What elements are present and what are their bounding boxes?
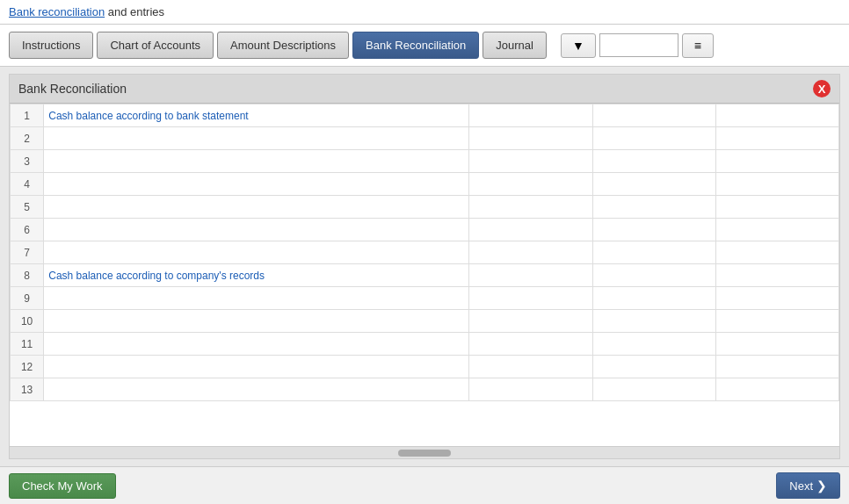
- table-row: 3: [11, 150, 839, 173]
- cell-col-c[interactable]: [592, 104, 715, 127]
- cell-col-d[interactable]: [715, 310, 838, 333]
- cell-col-d[interactable]: [715, 150, 838, 173]
- cell-col-d[interactable]: [715, 333, 838, 356]
- tab-instructions[interactable]: Instructions: [9, 32, 93, 59]
- row-number: 5: [11, 196, 44, 219]
- tab-chart-of-accounts[interactable]: Chart of Accounts: [97, 32, 214, 59]
- cell-col-a: [44, 196, 469, 219]
- row-number: 11: [11, 333, 44, 356]
- cell-col-c[interactable]: [592, 241, 715, 264]
- check-work-button[interactable]: Check My Work: [9, 473, 116, 499]
- table-row: 9: [11, 287, 839, 310]
- cell-col-a: [44, 127, 469, 150]
- cell-col-b[interactable]: [469, 356, 592, 378]
- breadcrumb-text: and entries: [105, 5, 164, 18]
- table-row: 11: [11, 333, 839, 356]
- scroll-thumb-horizontal: [398, 450, 451, 457]
- cell-col-b[interactable]: [469, 310, 592, 333]
- table-row: 7: [11, 241, 839, 264]
- next-arrow-icon: ❯: [816, 479, 827, 493]
- breadcrumb-link[interactable]: Bank reconciliation: [9, 5, 105, 18]
- cell-col-b[interactable]: [469, 196, 592, 219]
- cell-col-a: [44, 356, 469, 378]
- tab-journal[interactable]: Journal: [483, 32, 547, 59]
- cell-col-c[interactable]: [592, 378, 715, 401]
- table-row: 6: [11, 219, 839, 241]
- cell-col-a: [44, 378, 469, 401]
- cell-col-c[interactable]: [592, 196, 715, 219]
- cell-col-a: [44, 310, 469, 333]
- cell-col-b[interactable]: [469, 150, 592, 173]
- toolbar-dropdown-button[interactable]: ▼: [561, 33, 596, 58]
- cell-col-b[interactable]: [469, 173, 592, 196]
- cell-col-c[interactable]: [592, 310, 715, 333]
- cell-col-d[interactable]: [715, 356, 838, 378]
- cell-col-b[interactable]: [469, 104, 592, 127]
- row-number: 9: [11, 287, 44, 310]
- cell-col-c[interactable]: [592, 150, 715, 173]
- table-row: 1Cash balance according to bank statemen…: [11, 104, 839, 127]
- page-wrapper: Bank reconciliation and entries Instruct…: [0, 0, 849, 504]
- cell-col-a[interactable]: Cash balance according to bank statement: [44, 104, 469, 127]
- cell-col-a: [44, 287, 469, 310]
- cell-col-d[interactable]: [715, 219, 838, 241]
- panel-close-button[interactable]: X: [813, 80, 831, 97]
- tab-toolbar: Instructions Chart of Accounts Amount De…: [0, 25, 849, 67]
- cell-col-b[interactable]: [469, 241, 592, 264]
- cell-col-c[interactable]: [592, 287, 715, 310]
- cell-col-c[interactable]: [592, 264, 715, 287]
- horizontal-scrollbar[interactable]: [10, 446, 839, 458]
- row-number: 3: [11, 150, 44, 173]
- cell-col-c[interactable]: [592, 356, 715, 378]
- cell-col-a[interactable]: Cash balance according to company's reco…: [44, 264, 469, 287]
- toolbar-search-input[interactable]: [599, 33, 678, 57]
- toolbar-menu-button[interactable]: ≡: [682, 33, 714, 58]
- next-button[interactable]: Next ❯: [776, 472, 840, 499]
- cell-col-b[interactable]: [469, 333, 592, 356]
- cell-col-b[interactable]: [469, 219, 592, 241]
- cell-col-d[interactable]: [715, 287, 838, 310]
- cell-col-d[interactable]: [715, 241, 838, 264]
- cell-col-b[interactable]: [469, 287, 592, 310]
- row-number: 13: [11, 378, 44, 401]
- tab-amount-descriptions[interactable]: Amount Descriptions: [217, 32, 349, 59]
- cell-col-d[interactable]: [715, 264, 838, 287]
- row-number: 6: [11, 219, 44, 241]
- row-number: 4: [11, 173, 44, 196]
- table-row: 8Cash balance according to company's rec…: [11, 264, 839, 287]
- cell-col-b[interactable]: [469, 264, 592, 287]
- cell-col-b[interactable]: [469, 127, 592, 150]
- cell-col-d[interactable]: [715, 127, 838, 150]
- panel: Bank Reconciliation X 1Cash balance acco…: [9, 74, 840, 459]
- cell-col-d[interactable]: [715, 173, 838, 196]
- table-row: 13: [11, 378, 839, 401]
- grid-wrapper: 1Cash balance according to bank statemen…: [10, 104, 839, 446]
- table-row: 2: [11, 127, 839, 150]
- cell-col-a: [44, 333, 469, 356]
- next-label: Next: [789, 479, 813, 493]
- table-row: 10: [11, 310, 839, 333]
- cell-col-c[interactable]: [592, 219, 715, 241]
- bottom-bar: Check My Work Next ❯: [0, 466, 849, 504]
- panel-header: Bank Reconciliation X: [10, 75, 839, 104]
- cell-col-c[interactable]: [592, 127, 715, 150]
- grid-table: 1Cash balance according to bank statemen…: [10, 104, 839, 401]
- cell-col-d[interactable]: [715, 196, 838, 219]
- tab-bank-reconciliation[interactable]: Bank Reconciliation: [352, 32, 479, 59]
- panel-title: Bank Reconciliation: [18, 82, 127, 96]
- table-row: 5: [11, 196, 839, 219]
- cell-link[interactable]: Cash balance according to company's reco…: [48, 270, 265, 282]
- cell-col-c[interactable]: [592, 333, 715, 356]
- row-number: 10: [11, 310, 44, 333]
- row-number: 7: [11, 241, 44, 264]
- cell-col-a: [44, 173, 469, 196]
- cell-col-d[interactable]: [715, 104, 838, 127]
- cell-col-a: [44, 241, 469, 264]
- breadcrumb-bar: Bank reconciliation and entries: [0, 0, 849, 25]
- cell-col-d[interactable]: [715, 378, 838, 401]
- row-number: 2: [11, 127, 44, 150]
- table-row: 12: [11, 356, 839, 378]
- cell-link[interactable]: Cash balance according to bank statement: [48, 110, 248, 122]
- cell-col-b[interactable]: [469, 378, 592, 401]
- cell-col-c[interactable]: [592, 173, 715, 196]
